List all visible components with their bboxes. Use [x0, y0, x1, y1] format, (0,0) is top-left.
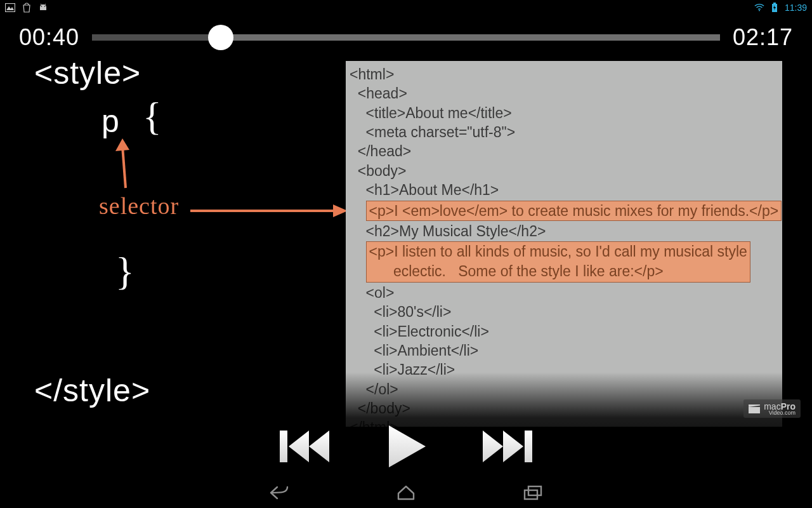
home-button[interactable] — [393, 483, 419, 502]
code-line: <ol> — [350, 283, 778, 302]
svg-point-6 — [759, 10, 760, 11]
code-line: <html> — [350, 65, 778, 84]
svg-point-3 — [44, 6, 46, 7]
navigation-bar — [0, 478, 812, 508]
code-line: <li>Ambient</li> — [350, 341, 778, 360]
svg-line-4 — [41, 4, 42, 5]
code-line: <li>80's</li> — [350, 302, 778, 321]
brace-close: } — [115, 249, 134, 294]
svg-marker-17 — [289, 431, 309, 462]
previous-button[interactable] — [276, 424, 333, 469]
wifi-icon — [754, 3, 764, 13]
code-line: <p>I listen to all kinds of music, so I'… — [350, 241, 778, 283]
svg-line-5 — [45, 4, 46, 5]
svg-rect-15 — [749, 404, 760, 407]
status-right: 11:39 — [754, 3, 807, 13]
clapper-icon — [749, 404, 760, 413]
code-line: <li>Electronic</li> — [350, 322, 778, 341]
watermark: macPro Video.com — [743, 399, 801, 418]
status-bar: 11:39 — [0, 0, 812, 15]
seek-thumb[interactable] — [208, 25, 233, 50]
image-icon — [5, 3, 15, 13]
brace-open: { — [143, 94, 162, 139]
recents-button[interactable] — [520, 483, 546, 502]
style-open-tag: <style> — [34, 55, 141, 91]
shopping-icon — [22, 3, 32, 13]
code-line: </head> — [350, 142, 778, 161]
code-line: <p>I <em>love</em> to create music mixes… — [350, 200, 778, 222]
android-icon — [38, 3, 48, 13]
play-button[interactable] — [377, 424, 435, 469]
svg-marker-19 — [389, 425, 426, 467]
selector-label: selector — [99, 192, 179, 220]
video-content: <style> p { } </style> selector <html> <… — [0, 55, 812, 461]
code-line: <title>About me</title> — [350, 104, 778, 123]
highlighted-p-1: <p>I <em>love</em> to create music mixes… — [366, 201, 782, 221]
svg-rect-8 — [773, 3, 776, 4]
svg-rect-0 — [6, 4, 15, 12]
seek-fill — [92, 34, 221, 41]
svg-marker-18 — [309, 431, 329, 462]
battery-charging-icon — [769, 3, 780, 13]
status-clock: 11:39 — [785, 3, 807, 13]
back-button[interactable] — [266, 483, 292, 502]
svg-rect-14 — [749, 407, 760, 413]
status-left — [5, 3, 48, 13]
svg-marker-20 — [483, 431, 503, 462]
code-line: <h2>My Musical Style</h2> — [350, 222, 778, 241]
next-button[interactable] — [479, 424, 536, 469]
svg-rect-16 — [280, 431, 287, 462]
code-line: <body> — [350, 161, 778, 180]
svg-marker-1 — [6, 6, 14, 10]
selector-p: p — [102, 103, 119, 140]
playback-controls — [276, 424, 536, 469]
code-line: <h1>About Me</h1> — [350, 180, 778, 199]
time-current: 00:40 — [19, 24, 79, 51]
seek-row: 00:40 02:17 — [0, 15, 812, 55]
code-line: <meta charset="utf-8"> — [350, 123, 778, 142]
svg-marker-21 — [503, 431, 523, 462]
svg-line-10 — [122, 146, 126, 188]
arrow-up-icon — [113, 137, 145, 194]
time-total: 02:17 — [733, 24, 793, 51]
style-close-tag: </style> — [34, 372, 150, 409]
code-line: <head> — [350, 84, 778, 103]
svg-point-2 — [41, 6, 43, 7]
arrow-right-icon — [190, 198, 349, 224]
seek-track[interactable] — [92, 34, 720, 41]
svg-rect-22 — [525, 431, 532, 462]
svg-marker-11 — [115, 138, 129, 151]
highlighted-p-2: <p>I listen to all kinds of music, so I'… — [366, 241, 750, 283]
